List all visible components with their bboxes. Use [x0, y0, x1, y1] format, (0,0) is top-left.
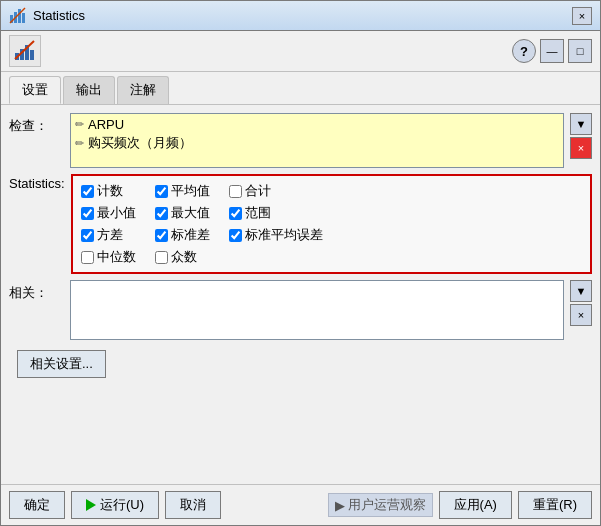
checkbox-std-mean[interactable]: 标准平均误差 — [229, 226, 323, 244]
stats-row-4: 中位数 众数 — [81, 248, 582, 266]
run-button[interactable]: 运行(U) — [71, 491, 159, 519]
list-item: ✏ 购买频次（月频） — [73, 133, 561, 153]
title-bar-left: Statistics — [9, 7, 85, 25]
inspection-section: 检查： ✏ ARPU ✏ 购买频次（月频） ▼ × — [9, 113, 592, 168]
checkbox-mode[interactable]: 众数 — [155, 248, 225, 266]
brand-badge: ▶ 用户运营观察 — [328, 493, 433, 517]
reset-button[interactable]: 重置(R) — [518, 491, 592, 519]
checkbox-min-input[interactable] — [81, 207, 94, 220]
statistics-checkboxes: 计数 平均值 合计 最小值 — [71, 174, 592, 274]
bottom-left-buttons: 确定 运行(U) 取消 — [9, 491, 221, 519]
stats-row-1: 计数 平均值 合计 — [81, 182, 582, 200]
checkbox-min[interactable]: 最小值 — [81, 204, 151, 222]
toolbar-left — [9, 35, 41, 67]
bottom-right-buttons: ▶ 用户运营观察 应用(A) 重置(R) — [328, 491, 592, 519]
correlation-settings-row: 相关设置... — [9, 346, 592, 382]
list-item: ✏ ARPU — [73, 116, 561, 133]
ok-button[interactable]: 确定 — [9, 491, 65, 519]
apply-button[interactable]: 应用(A) — [439, 491, 512, 519]
svg-rect-3 — [22, 13, 25, 23]
title-bar: Statistics × — [1, 1, 600, 31]
statistics-window: Statistics × ? — □ 设置 — [0, 0, 601, 526]
corr-delete-button[interactable]: × — [570, 304, 592, 326]
title-bar-buttons: × — [572, 7, 592, 25]
checkbox-range-input[interactable] — [229, 207, 242, 220]
correlation-side-buttons: ▼ × — [570, 280, 592, 326]
close-button[interactable]: × — [572, 7, 592, 25]
inspection-list[interactable]: ✏ ARPU ✏ 购买频次（月频） — [70, 113, 564, 168]
play-icon — [86, 499, 96, 511]
checkbox-sum-input[interactable] — [229, 185, 242, 198]
cancel-button[interactable]: 取消 — [165, 491, 221, 519]
pencil-icon: ✏ — [75, 137, 84, 150]
correlation-section: 相关： ▼ × — [9, 280, 592, 340]
content-area: 检查： ✏ ARPU ✏ 购买频次（月频） ▼ × Statistics: — [1, 104, 600, 484]
svg-rect-8 — [30, 50, 34, 60]
svg-rect-2 — [18, 9, 21, 23]
checkbox-std[interactable]: 标准差 — [155, 226, 225, 244]
help-button[interactable]: ? — [512, 39, 536, 63]
bottom-bar: 确定 运行(U) 取消 ▶ 用户运营观察 应用(A) 重置(R) — [1, 484, 600, 525]
checkbox-count-input[interactable] — [81, 185, 94, 198]
stats-row-3: 方差 标准差 标准平均误差 — [81, 226, 582, 244]
minimize-button[interactable]: — — [540, 39, 564, 63]
tab-output[interactable]: 输出 — [63, 76, 115, 104]
checkbox-range[interactable]: 范围 — [229, 204, 299, 222]
maximize-button[interactable]: □ — [568, 39, 592, 63]
brand-icon: ▶ — [335, 498, 345, 513]
checkbox-mean[interactable]: 平均值 — [155, 182, 225, 200]
stats-row-2: 最小值 最大值 范围 — [81, 204, 582, 222]
tab-settings[interactable]: 设置 — [9, 76, 61, 104]
checkbox-median-input[interactable] — [81, 251, 94, 264]
sigma-toolbar-icon[interactable] — [9, 35, 41, 67]
brand-text: 用户运营观察 — [348, 496, 426, 514]
inspection-label: 检查： — [9, 113, 64, 135]
tab-bar: 设置 输出 注解 — [1, 72, 600, 104]
delete-button[interactable]: × — [570, 137, 592, 159]
checkbox-sum[interactable]: 合计 — [229, 182, 299, 200]
correlation-list[interactable] — [70, 280, 564, 340]
checkbox-mean-input[interactable] — [155, 185, 168, 198]
corr-scroll-button[interactable]: ▼ — [570, 280, 592, 302]
inspection-side-buttons: ▼ × — [570, 113, 592, 159]
toolbar: ? — □ — [1, 31, 600, 72]
statistics-icon — [9, 7, 27, 25]
tab-annotation[interactable]: 注解 — [117, 76, 169, 104]
checkbox-count[interactable]: 计数 — [81, 182, 151, 200]
window-title: Statistics — [33, 8, 85, 23]
checkbox-variance[interactable]: 方差 — [81, 226, 151, 244]
correlation-label: 相关： — [9, 280, 64, 302]
statistics-section: Statistics: 计数 平均值 合计 — [9, 174, 592, 274]
checkbox-variance-input[interactable] — [81, 229, 94, 242]
checkbox-std-mean-input[interactable] — [229, 229, 242, 242]
checkbox-std-input[interactable] — [155, 229, 168, 242]
scroll-down-button[interactable]: ▼ — [570, 113, 592, 135]
checkbox-max[interactable]: 最大值 — [155, 204, 225, 222]
pencil-icon: ✏ — [75, 118, 84, 131]
toolbar-right: ? — □ — [512, 39, 592, 63]
checkbox-median[interactable]: 中位数 — [81, 248, 151, 266]
checkbox-mode-input[interactable] — [155, 251, 168, 264]
statistics-label: Statistics: — [9, 174, 65, 191]
correlation-settings-button[interactable]: 相关设置... — [17, 350, 106, 378]
checkbox-max-input[interactable] — [155, 207, 168, 220]
